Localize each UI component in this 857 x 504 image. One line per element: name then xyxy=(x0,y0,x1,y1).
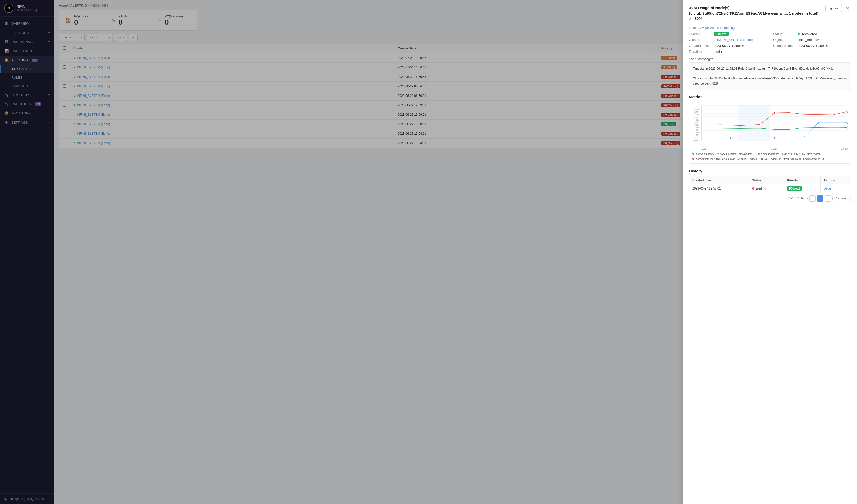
status-meta-label: Status: xyxy=(773,32,796,36)
duration-meta-label: Duration: xyxy=(689,50,712,53)
event-line1: Timestamp:2023-06-27 11:58:01 RuleID:bui… xyxy=(693,66,847,71)
svg-point-21 xyxy=(818,114,819,116)
history-table: Created time Status Priority Actions 202… xyxy=(689,176,851,193)
chart-area: 60% 55% 50% 45% 40% 35% 30% 25% 20% 15% … xyxy=(692,105,847,146)
legend-dot-1 xyxy=(692,153,694,155)
legend-dot-4 xyxy=(761,158,763,160)
priority-meta-label: Priority: xyxy=(689,32,712,36)
status-dot xyxy=(797,33,800,35)
rule-link[interactable]: JVM utilization is Too High xyxy=(698,26,737,30)
legend-label-1: ciclvvt3q95ich72l07g-rAh340SRRoG1KfAvOe3… xyxy=(696,153,754,155)
svg-point-18 xyxy=(702,124,702,126)
close-button[interactable]: ✕ xyxy=(844,5,851,12)
chart-svg xyxy=(702,105,847,141)
prev-page-button[interactable]: ‹ xyxy=(809,196,816,202)
legend-label-3: cicm79t3q95ich72l1d0-XKm9_5QeTGKIr6ueLUW… xyxy=(696,157,757,160)
updated-row: Updated time: 2023-06-27 19:59:01 xyxy=(773,44,851,48)
svg-rect-12 xyxy=(738,105,770,141)
svg-point-26 xyxy=(818,127,819,128)
event-message-box: Timestamp:2023-06-27 11:58:01 RuleID:bui… xyxy=(689,63,851,90)
legend-item-2: cicm0ad3q95ich72l0dg-rAh340SRRoG1KfAvOe3… xyxy=(758,153,821,155)
updated-meta-label: Updated time: xyxy=(773,44,796,48)
cluster-row: Cluster: ≡ INFINI_SYSTEM (Echo) xyxy=(689,38,767,42)
duration-value: a minute xyxy=(713,50,726,53)
history-status-header: Status xyxy=(749,176,784,184)
cluster-meta-label: Cluster: xyxy=(689,38,712,42)
duration-row: Duration: a minute xyxy=(689,50,767,53)
objects-meta-label: Objects: xyxy=(773,38,796,42)
svg-point-22 xyxy=(847,111,847,113)
legend-label-4: ciclu1d3q95ich72kvf0-XdlPcaJRSmaqtmssmdF… xyxy=(764,157,824,160)
svg-point-24 xyxy=(740,128,741,129)
legend-dot-3 xyxy=(692,158,694,160)
legend-item-4: ciclu1d3q95ich72kvf0-XdlPcaJRSmaqtmssmdF… xyxy=(761,157,824,160)
history-action: Detail xyxy=(820,184,851,192)
meta-grid: Priority: P3(Low) Status: recovered Clus… xyxy=(689,32,851,53)
history-title: History xyxy=(689,169,851,173)
created-row: Created time: 2023-06-27 19:58:01 xyxy=(689,44,767,48)
history-status-value: alerting xyxy=(756,187,766,190)
pagination: 1-1 of 1 items ‹ 1 › 10 / page 20 / page… xyxy=(689,196,851,202)
panel-title: JVM Usage of Node[s] (ciclubl3q95ich72kv… xyxy=(689,5,821,21)
chart-x-labels: 19:57 19:58 19:59 xyxy=(701,147,847,150)
detail-panel: JVM Usage of Node[s] (ciclubl3q95ich72kv… xyxy=(683,0,857,504)
event-line2: ClusterID:ciclubl3q95ich72kvj0; ClusterN… xyxy=(693,76,847,86)
history-priority: P3(Low) xyxy=(784,184,820,192)
history-actions-header: Actions xyxy=(820,176,851,184)
svg-point-20 xyxy=(774,112,775,114)
legend-dot-2 xyxy=(758,153,760,155)
event-message-label: Event message: xyxy=(689,57,851,61)
page-1-button[interactable]: 1 xyxy=(817,196,823,202)
status-value: recovered xyxy=(802,32,817,36)
next-page-button[interactable]: › xyxy=(825,196,831,202)
per-page-select[interactable]: 10 / page 20 / page 50 / page xyxy=(833,196,851,201)
history-status: alerting xyxy=(749,184,784,192)
cluster-icon: ≡ xyxy=(713,38,716,42)
svg-point-14 xyxy=(730,137,732,138)
history-created-header: Created time xyxy=(689,176,749,184)
priority-badge: P3(Low) xyxy=(713,32,729,36)
history-row: 2023-06-27 19:58:01 alerting P3(Low) Det… xyxy=(689,184,851,192)
history-priority-header: Priority xyxy=(784,176,820,184)
history-priority-badge: P3(Low) xyxy=(787,186,802,190)
rule-label: Rule: xyxy=(689,26,697,30)
objects-row: Objects: .infini_metrics* xyxy=(773,38,851,42)
history-created: 2023-06-27 19:58:01 xyxy=(689,184,749,192)
legend-label-2: cicm0ad3q95ich72l0dg-rAh340SRRoG1KfAvOe3… xyxy=(761,153,821,155)
svg-point-17 xyxy=(847,122,847,123)
pagination-summary: 1-1 of 1 items xyxy=(789,197,808,200)
chart-y-labels: 60% 55% 50% 45% 40% 35% 30% 25% 20% 15% … xyxy=(694,108,699,138)
cluster-link[interactable]: INFINI_SYSTEM (Echo) xyxy=(717,38,753,42)
chart-container: 60% 55% 50% 45% 40% 35% 30% 25% 20% 15% … xyxy=(689,102,851,164)
svg-point-27 xyxy=(847,127,847,128)
chart-legend: ciclvvt3q95ich72l07g-rAh340SRRoG1KfAvOe3… xyxy=(692,153,847,160)
per-page-wrap: 10 / page 20 / page 50 / page xyxy=(833,196,851,201)
created-value: 2023-06-27 19:58:01 xyxy=(713,44,744,48)
panel-actions: Ignore ✕ xyxy=(825,5,851,12)
legend-item-3: cicm79t3q95ich72l1d0-XKm9_5QeTGKIr6ueLUW… xyxy=(692,157,757,160)
svg-point-15 xyxy=(774,137,775,138)
panel-header: JVM Usage of Node[s] (ciclubl3q95ich72kv… xyxy=(689,5,851,21)
updated-value: 2023-06-27 19:59:01 xyxy=(797,44,828,48)
svg-point-16 xyxy=(818,122,819,123)
created-meta-label: Created time: xyxy=(689,44,712,48)
svg-point-13 xyxy=(702,137,702,138)
event-label: Event message: xyxy=(689,57,713,61)
legend-item-1: ciclvvt3q95ich72l07g-rAh340SRRoG1KfAvOe3… xyxy=(692,153,754,155)
svg-point-19 xyxy=(740,125,741,126)
objects-value: .infini_metrics* xyxy=(797,38,819,42)
detail-link[interactable]: Detail xyxy=(824,187,831,190)
rule-row: Rule: JVM utilization is Too High xyxy=(689,26,851,30)
metrics-title: Metrics xyxy=(689,95,851,99)
ignore-button[interactable]: Ignore xyxy=(825,5,842,12)
status-row: Status: recovered xyxy=(773,32,851,36)
chart-plot xyxy=(701,105,847,141)
svg-point-25 xyxy=(774,129,775,130)
priority-row: Priority: P3(Low) xyxy=(689,32,767,36)
alerting-dot xyxy=(752,187,754,189)
